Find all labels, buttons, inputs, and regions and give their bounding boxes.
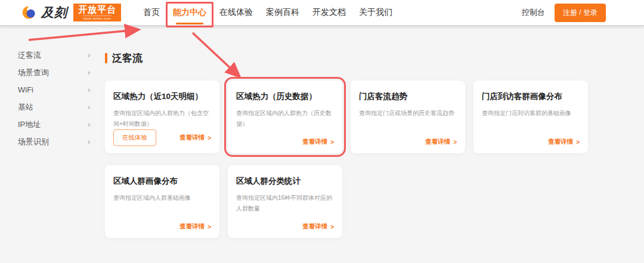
chevron-right-icon: > — [453, 139, 457, 146]
view-details-link[interactable]: 查看详情 > — [302, 222, 334, 231]
top-header: 及刻 开放平台 data.lsjike.com 首页 能力中心 在线体验 案例百… — [0, 0, 644, 26]
card-title: 区域人群画像分布 — [113, 176, 211, 187]
chevron-right-icon: › — [88, 85, 91, 94]
console-link[interactable]: 控制台 — [522, 7, 545, 18]
section-title: 泛客流 — [112, 51, 143, 65]
card-area-heat-history[interactable]: 区域热力（历史数据） 查询指定区域内的人群热力（历史数据） 查看详情 > — [228, 81, 342, 153]
chevron-right-icon: › — [88, 68, 91, 77]
nav-item-home[interactable]: 首页 — [143, 0, 160, 25]
capability-card-grid: 区域热力（近10天明细） 查询指定区域内的人群热力（包含空间+时间数据） 在线体… — [105, 81, 632, 238]
view-details-link[interactable]: 查看详情 > — [548, 138, 580, 146]
view-details-label: 查看详情 — [302, 222, 327, 231]
chevron-right-icon: › — [88, 137, 91, 146]
card-footer: 查看详情 > — [113, 222, 211, 231]
chevron-right-icon: › — [88, 120, 91, 129]
sidebar-item-label: 场景识别 — [18, 137, 49, 147]
main-nav: 首页 能力中心 在线体验 案例百科 开发文档 关于我们 — [137, 0, 399, 25]
card-footer: 查看详情 > — [236, 138, 334, 146]
content-area: 泛客流 › 场景查询 › WiFi › 基站 › IP地址 › 场景识别 › — [0, 26, 644, 238]
nav-item-case-wiki[interactable]: 案例百科 — [266, 0, 299, 25]
nav-item-about-us[interactable]: 关于我们 — [359, 0, 392, 25]
sidebar-item-wifi[interactable]: WiFi › — [18, 81, 91, 98]
card-description: 查询指定区域内的人群热力（历史数据） — [236, 108, 334, 129]
sidebar-item-label: WiFi — [18, 85, 33, 94]
brand-badge-domain: data.lsjike.com — [83, 16, 111, 21]
view-details-link[interactable]: 查看详情 > — [302, 138, 334, 146]
view-details-label: 查看详情 — [302, 138, 327, 146]
card-description: 查询指定区域内16种不同群体对应的人群数量 — [236, 193, 334, 214]
card-store-traffic-trend[interactable]: 门店客流趋势 查询指定门店或场景的历史客流趋势 查看详情 > — [351, 81, 465, 153]
card-description: 查询指定门店到访客群的基础画像 — [482, 108, 580, 119]
card-footer: 查看详情 > — [236, 222, 334, 231]
chevron-right-icon: › — [88, 103, 91, 112]
register-login-button[interactable]: 注册 / 登录 — [555, 4, 606, 22]
view-details-label: 查看详情 — [179, 134, 205, 142]
view-details-link[interactable]: 查看详情 > — [179, 134, 211, 142]
nav-item-online-trial[interactable]: 在线体验 — [219, 0, 253, 25]
card-area-heat-10days[interactable]: 区域热力（近10天明细） 查询指定区域内的人群热力（包含空间+时间数据） 在线体… — [105, 81, 219, 153]
brand-badge: 开放平台 data.lsjike.com — [73, 4, 121, 21]
card-description: 查询指定门店或场景的历史客流趋势 — [359, 108, 457, 119]
nav-item-label: 开发文档 — [312, 7, 346, 18]
header-right: 控制台 注册 / 登录 — [522, 4, 606, 22]
sidebar-item-ip-address[interactable]: IP地址 › — [18, 116, 91, 133]
card-footer: 查看详情 > — [359, 138, 457, 146]
card-area-crowd-classification[interactable]: 区域人群分类统计 查询指定区域内16种不同群体对应的人群数量 查看详情 > — [228, 165, 342, 238]
view-details-link[interactable]: 查看详情 > — [425, 138, 457, 146]
chevron-right-icon: › — [88, 51, 91, 60]
nav-item-label: 在线体验 — [219, 7, 253, 18]
brand-logo[interactable]: 及刻 开放平台 data.lsjike.com — [21, 4, 121, 21]
card-title: 门店客流趋势 — [359, 91, 457, 102]
card-title: 门店到访客群画像分布 — [482, 91, 580, 102]
chevron-right-icon: > — [330, 224, 334, 230]
nav-item-capability-center[interactable]: 能力中心 — [173, 0, 206, 25]
chevron-right-icon: > — [208, 224, 211, 230]
section-header: 泛客流 — [105, 51, 632, 65]
nav-item-label: 能力中心 — [173, 7, 206, 18]
sidebar-item-scene-query[interactable]: 场景查询 › — [18, 64, 91, 81]
card-footer: 查看详情 > — [482, 138, 580, 146]
sidebar-item-base-station[interactable]: 基站 › — [18, 98, 91, 116]
sidebar-item-label: 泛客流 — [18, 50, 41, 61]
sidebar: 泛客流 › 场景查询 › WiFi › 基站 › IP地址 › 场景识别 › — [0, 26, 101, 238]
chevron-right-icon: > — [208, 135, 211, 141]
active-tab-underline — [176, 23, 203, 24]
chevron-right-icon: > — [576, 139, 580, 146]
card-title: 区域热力（历史数据） — [236, 91, 334, 102]
chevron-right-icon: > — [330, 139, 334, 146]
page: 及刻 开放平台 data.lsjike.com 首页 能力中心 在线体验 案例百… — [0, 0, 644, 263]
nav-item-label: 关于我们 — [359, 7, 392, 18]
card-area-crowd-portrait[interactable]: 区域人群画像分布 查询指定区域内人群基础画像 查看详情 > — [105, 165, 219, 238]
nav-item-label: 首页 — [143, 7, 160, 18]
sidebar-item-scene-recognition[interactable]: 场景识别 › — [18, 133, 91, 150]
card-description: 查询指定区域内人群基础画像 — [113, 193, 211, 203]
sidebar-item-pan-passenger-flow[interactable]: 泛客流 › — [18, 47, 91, 64]
card-title: 区域人群分类统计 — [236, 176, 334, 187]
card-footer: 在线体验 查看详情 > — [113, 129, 211, 146]
view-details-label: 查看详情 — [548, 138, 573, 146]
nav-item-dev-docs[interactable]: 开发文档 — [312, 0, 346, 25]
nav-item-label: 案例百科 — [266, 7, 299, 18]
sidebar-item-label: 基站 — [18, 102, 33, 113]
view-details-label: 查看详情 — [425, 138, 450, 146]
sidebar-item-label: 场景查询 — [18, 67, 49, 78]
online-trial-button[interactable]: 在线体验 — [113, 129, 156, 146]
brand-name: 及刻 — [41, 4, 67, 21]
section-accent-bar — [105, 53, 107, 63]
card-description: 查询指定区域内的人群热力（包含空间+时间数据） — [113, 108, 211, 129]
main-panel: 泛客流 区域热力（近10天明细） 查询指定区域内的人群热力（包含空间+时间数据）… — [101, 26, 644, 238]
view-details-link[interactable]: 查看详情 > — [179, 222, 211, 231]
brand-badge-label: 开放平台 — [78, 5, 116, 15]
brand-logo-icon — [21, 4, 38, 21]
sidebar-item-label: IP地址 — [18, 119, 41, 130]
card-store-visitor-portrait[interactable]: 门店到访客群画像分布 查询指定门店到访客群的基础画像 查看详情 > — [473, 81, 588, 153]
view-details-label: 查看详情 — [179, 222, 205, 231]
card-title: 区域热力（近10天明细） — [113, 91, 211, 102]
